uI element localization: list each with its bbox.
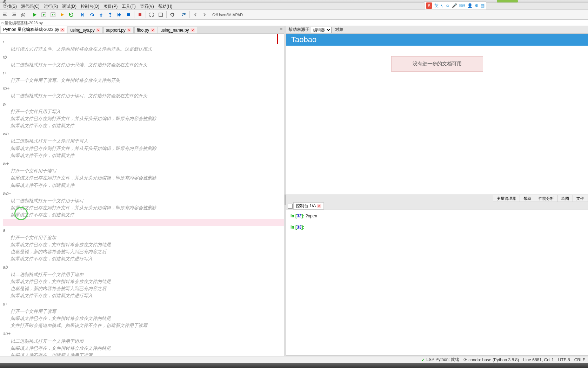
tab-help[interactable]: 帮助 <box>520 195 535 202</box>
fullscreen-icon[interactable] <box>156 11 165 19</box>
run-icon[interactable] <box>31 11 39 19</box>
toolbar: @ C:\Users\MIAPAD <box>0 10 588 20</box>
menu-consoles[interactable]: 控制台(O) <box>79 3 101 9</box>
close-icon[interactable]: ✕ <box>96 28 100 32</box>
code-comment-line: 如果该文件已存在，文件指针将会放在文件的结尾 <box>3 345 284 352</box>
tab-options-icon[interactable]: ≡ <box>280 27 282 32</box>
file-mode-label: rb <box>3 53 284 61</box>
file-mode-label: wb <box>3 129 284 138</box>
code-comment-line: 以二进制格式打开一个文件用于只读。文件指针将会放在文件的开头 <box>3 61 284 68</box>
menu-help[interactable]: 帮助(H) <box>156 3 175 9</box>
breadcrumb: n 量化编程基础-2023.py <box>0 20 588 26</box>
tab-using-sys[interactable]: using_sys.py✕ <box>68 27 102 33</box>
code-comment-line: 以二进制格式打开一个文件用于读写 <box>3 197 284 204</box>
maximize-icon[interactable] <box>147 11 156 19</box>
console-input-line: In [32]: ?open <box>290 213 584 218</box>
rerun-icon[interactable] <box>67 11 75 19</box>
ime-keyboard-icon[interactable]: ⌨ <box>459 3 465 8</box>
code-comment-line: 以二进制格式打开一个文件只用于写入 <box>3 138 284 145</box>
debug-icon[interactable] <box>79 11 87 19</box>
close-icon[interactable]: ✕ <box>317 204 321 208</box>
status-position: Line 6881, Col 1 <box>523 357 554 362</box>
os-taskbar[interactable] <box>0 363 588 368</box>
step-into-icon[interactable] <box>97 11 105 19</box>
forward-icon[interactable] <box>200 11 209 19</box>
tab-using-name[interactable]: using_name.py✕ <box>158 27 197 33</box>
console-browse-icon[interactable] <box>288 204 293 209</box>
ime-punct-icon[interactable]: •, <box>441 3 443 8</box>
status-eol[interactable]: CRLF <box>574 357 585 362</box>
close-icon[interactable]: ✕ <box>191 28 195 32</box>
code-comment-line: 如果该文件不存在，创建新文件 <box>3 122 284 129</box>
ime-emoji-icon[interactable]: ☺ <box>446 3 450 8</box>
at-icon[interactable]: @ <box>19 11 27 19</box>
menubar: 查找(S) 源代码(C) 运行(R) 调试(D) 控制台(O) 项目(P) 工具… <box>0 3 588 10</box>
code-comment-line: 如果该文件已存在则打开文件，并从开头开始编辑，即原有内容会被删除 <box>3 204 284 211</box>
code-comment-line: 以二进制格式打开一个文件用于追加 <box>3 271 284 278</box>
ime-language[interactable]: 英 <box>434 3 439 9</box>
menu-run[interactable]: 运行(R) <box>42 3 60 9</box>
code-editor[interactable]: r 以只读方式打开文件。文件的指针将会放在文件的开头。这是默认模式rb 以二进制… <box>0 34 284 363</box>
tab-fibo[interactable]: fibo.py✕ <box>134 27 157 33</box>
change-marker <box>277 34 278 44</box>
ime-voice-icon[interactable]: 🎤 <box>452 3 457 8</box>
code-comment-line: 如果该文件已存在则打开文件，并从开头开始编辑，即原有内容会被删除 <box>3 145 284 152</box>
ime-toolbar[interactable]: S 英 •, ☺ 🎤 ⌨ 👤 ⚙ ▦ <box>424 1 486 10</box>
python-path-icon[interactable] <box>180 11 188 19</box>
code-comment-line: 如果该文件已存在则打开文件，并从开头开始编辑，即原有内容会被删除 <box>3 115 284 122</box>
svg-point-4 <box>110 16 111 17</box>
file-mode-label: wb+ <box>3 189 284 197</box>
menu-tools[interactable]: 工具(T) <box>120 3 138 9</box>
help-object-label: 对象 <box>335 27 343 33</box>
sogou-icon[interactable]: S <box>426 2 432 9</box>
tab-support[interactable]: support.py✕ <box>103 27 134 33</box>
code-comment-line: 以二进制格式打开一个文件用于读写。文件指针将会放在文件的开头 <box>3 92 284 99</box>
back-icon[interactable] <box>191 11 200 19</box>
ime-skin-icon[interactable]: ▦ <box>481 3 485 8</box>
code-comment-line: 如果该文件已存在，文件指针将会放在文件的结尾 <box>3 278 284 285</box>
svg-rect-2 <box>83 13 84 17</box>
help-title: Taobao <box>286 34 588 46</box>
console-input-line[interactable]: In [33]: <box>290 225 584 230</box>
ipython-console[interactable]: In [32]: ?open In [33]: <box>286 210 588 355</box>
status-encoding[interactable]: UTF-8 <box>558 357 570 362</box>
run-cell-advance-icon[interactable] <box>49 11 57 19</box>
code-comment-line: 打开一个文件用于读写 <box>3 167 284 175</box>
menu-debug[interactable]: 调试(D) <box>60 3 79 9</box>
menu-search[interactable]: 查找(S) <box>1 3 19 9</box>
help-source-select[interactable]: 编辑器 <box>311 27 332 33</box>
close-icon[interactable]: ✕ <box>151 28 155 32</box>
menu-projects[interactable]: 项目(P) <box>101 3 120 9</box>
editor-tab-bar: Python 量化编程基础-2023.py✕ using_sys.py✕ sup… <box>0 26 284 34</box>
run-cell-icon[interactable] <box>40 11 48 19</box>
continue-icon[interactable] <box>115 11 123 19</box>
preferences-icon[interactable] <box>168 11 176 19</box>
ime-user-icon[interactable]: 👤 <box>467 3 473 8</box>
close-icon[interactable]: ✕ <box>60 28 65 32</box>
tab-files[interactable]: 文件 <box>573 195 588 202</box>
stop-icon[interactable] <box>136 11 144 19</box>
vertical-splitter[interactable] <box>284 26 286 363</box>
code-comment-line: 打开一个文件用于读写 <box>3 308 284 315</box>
stop-debug-icon[interactable] <box>124 11 133 19</box>
svg-rect-5 <box>127 13 130 16</box>
tab-plots[interactable]: 绘图 <box>557 195 573 202</box>
file-mode-label: r+ <box>3 68 284 77</box>
tab-variable-explorer[interactable]: 变量管理器 <box>493 195 520 202</box>
step-out-icon[interactable] <box>106 11 114 19</box>
step-over-icon[interactable] <box>88 11 96 19</box>
menu-view[interactable]: 查看(V) <box>138 3 156 9</box>
tab-profiler[interactable]: 性能分析 <box>535 195 558 202</box>
help-no-doc-message: 没有进一步的文档可用 <box>391 56 483 72</box>
menu-source[interactable]: 源代码(C) <box>19 3 42 9</box>
outdent-icon[interactable] <box>10 11 18 19</box>
code-comment-line: 如果该文件不存在，创建新文件进行写入 <box>3 255 284 262</box>
tab-main[interactable]: Python 量化编程基础-2023.py✕ <box>1 26 67 33</box>
close-icon[interactable]: ✕ <box>127 28 131 32</box>
status-lsp[interactable]: ✓LSP Python: 就绪 <box>421 357 459 363</box>
run-selection-icon[interactable] <box>58 11 66 19</box>
status-conda[interactable]: ⟳conda: base (Python 3.8.8) <box>463 357 519 362</box>
ime-settings-icon[interactable]: ⚙ <box>475 3 479 8</box>
console-tab[interactable]: 控制台 1/A✕ <box>293 202 324 210</box>
indent-icon[interactable] <box>1 11 9 19</box>
